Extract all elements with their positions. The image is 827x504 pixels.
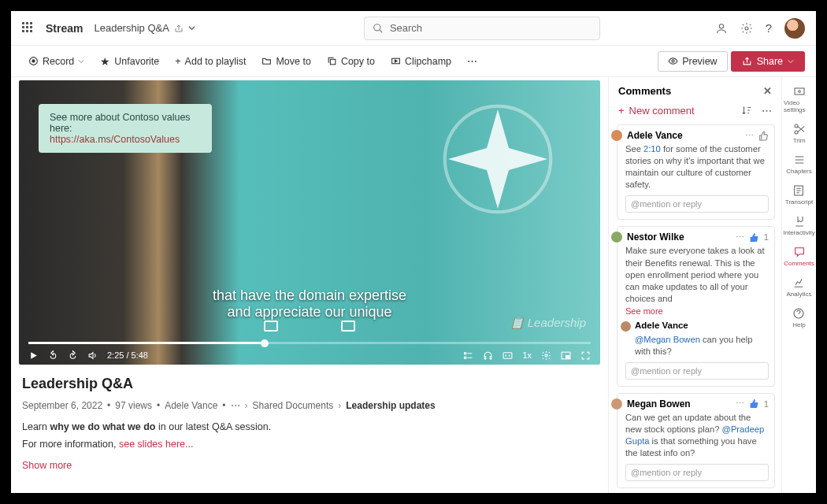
svg-rect-9 (465, 352, 466, 354)
more-icon[interactable]: ⋯ (745, 131, 754, 141)
video-views: 97 views (115, 400, 152, 411)
video-metadata: Leadership Q&A September 6, 2022• 97 vie… (19, 365, 600, 485)
video-author: Adele Vance (165, 400, 217, 411)
reply-input[interactable]: @mention or reply (625, 195, 769, 213)
svg-point-12 (545, 354, 547, 357)
interactive-callout[interactable]: See more about Contoso values here: http… (39, 104, 212, 153)
svg-rect-5 (330, 59, 336, 65)
timestamp-link[interactable]: 2:10 (643, 144, 661, 154)
video-player[interactable]: See more about Contoso values here: http… (19, 80, 600, 365)
rail-analytics[interactable]: Analytics (784, 275, 813, 299)
breadcrumb-current[interactable]: Leadership updates (346, 400, 435, 411)
cc-icon[interactable] (503, 350, 513, 361)
rail-trim[interactable]: Trim (792, 121, 807, 146)
copy-icon (327, 56, 337, 66)
breadcrumb-folder[interactable]: Shared Documents (253, 400, 334, 411)
callout-link[interactable]: https://aka.ms/ContosoValues (50, 134, 180, 145)
chapter-markers (264, 321, 355, 332)
more-icon[interactable]: ⋯ (762, 105, 772, 117)
chevron-down-icon[interactable] (188, 24, 195, 32)
watermark: 📋 Leadership (510, 316, 586, 330)
show-more-link[interactable]: Show more (22, 458, 597, 474)
reply-input[interactable]: @mention or reply (625, 464, 769, 481)
pip-icon[interactable] (561, 350, 571, 361)
brand: Stream (46, 22, 83, 35)
svg-point-7 (672, 60, 674, 62)
person-icon[interactable] (715, 22, 728, 35)
rail-transcript[interactable]: Transcript (784, 183, 814, 207)
rail-help[interactable]: Help (791, 306, 807, 330)
unfavorite-button[interactable]: ★Unfavorite (94, 52, 165, 71)
rail-chapters[interactable]: Chapters (784, 152, 813, 176)
avatar (611, 130, 622, 141)
slides-link[interactable]: see slides here... (119, 439, 194, 450)
comment-item: Nestor Wilke⋯1 Make sure everyone takes … (617, 226, 775, 386)
settings-icon[interactable] (740, 22, 753, 35)
rail-video-settings[interactable]: Video settings (782, 83, 816, 115)
copy-to-button[interactable]: Copy to (321, 53, 381, 70)
more-icon[interactable]: ⋯ (736, 398, 744, 409)
comment-item: Adele Vance⋯ See 2:10 for some of the cu… (617, 124, 775, 220)
svg-point-17 (795, 124, 798, 128)
more-meta[interactable]: ⋯ (231, 400, 240, 411)
mention[interactable]: @Megan Bowen (635, 335, 700, 344)
right-rail: Video settings Trim Chapters Transcript … (781, 77, 816, 493)
move-to-button[interactable]: Move to (255, 53, 317, 70)
close-icon[interactable]: ✕ (763, 85, 772, 97)
comments-header: Comments (618, 85, 671, 97)
add-to-playlist-button[interactable]: +Add to playlist (169, 53, 252, 70)
like-icon[interactable] (749, 398, 759, 409)
more-icon[interactable]: ⋯ (736, 232, 744, 243)
svg-point-2 (745, 27, 748, 30)
app-launcher-icon[interactable] (22, 22, 35, 35)
folder-icon (261, 56, 272, 66)
svg-point-1 (719, 24, 723, 28)
like-icon[interactable] (749, 232, 759, 243)
rail-interactivity[interactable]: Interactivity (781, 213, 816, 238)
captions: that have the domain expertise and appre… (213, 287, 406, 321)
new-comment-button[interactable]: New comment (629, 105, 695, 117)
fwd-10-icon[interactable] (68, 350, 78, 361)
time-display: 2:25 / 5:48 (107, 350, 148, 360)
video-title: Leadership Q&A (22, 376, 597, 392)
play-icon[interactable] (28, 350, 39, 361)
more-button[interactable]: ⋯ (461, 52, 484, 70)
command-bar: Record ★Unfavorite +Add to playlist Move… (11, 46, 816, 77)
user-avatar[interactable] (784, 18, 805, 39)
record-button[interactable]: Record (22, 53, 91, 70)
plus-icon: + (618, 105, 625, 117)
progress-bar[interactable] (28, 342, 591, 344)
see-more-link[interactable]: See more (625, 306, 769, 316)
speed-control[interactable]: 1x (522, 350, 532, 361)
share-status-icon (174, 24, 184, 33)
svg-point-0 (374, 24, 380, 30)
headphones-icon[interactable] (483, 350, 493, 361)
comment-item: Megan Bowen⋯1 Can we get an update about… (617, 393, 775, 488)
share-button[interactable]: Share (731, 51, 805, 72)
svg-rect-11 (503, 352, 512, 358)
svg-rect-10 (465, 357, 466, 358)
search-box[interactable]: Search (364, 17, 600, 40)
rail-comments[interactable]: Comments (782, 244, 816, 269)
svg-point-18 (795, 131, 798, 134)
help-icon[interactable]: ? (766, 21, 772, 35)
gear-icon[interactable] (541, 350, 551, 361)
document-name[interactable]: Leadership Q&A (94, 22, 195, 34)
svg-point-4 (32, 60, 35, 62)
reply-input[interactable]: @mention or reply (625, 362, 769, 380)
video-date: September 6, 2022 (22, 400, 102, 411)
fullscreen-icon[interactable] (580, 350, 591, 361)
svg-rect-14 (566, 355, 569, 358)
sort-icon[interactable] (741, 105, 752, 116)
like-icon[interactable] (758, 131, 769, 141)
star-icon: ★ (100, 55, 110, 68)
volume-icon[interactable] (87, 350, 98, 361)
preview-button[interactable]: Preview (658, 51, 727, 72)
clipchamp-icon (391, 56, 401, 66)
back-10-icon[interactable] (48, 350, 58, 361)
chapters-icon[interactable] (463, 350, 473, 361)
svg-rect-15 (795, 88, 804, 94)
clipchamp-button[interactable]: Clipchamp (384, 53, 458, 70)
avatar (621, 321, 631, 332)
record-icon (28, 56, 39, 66)
